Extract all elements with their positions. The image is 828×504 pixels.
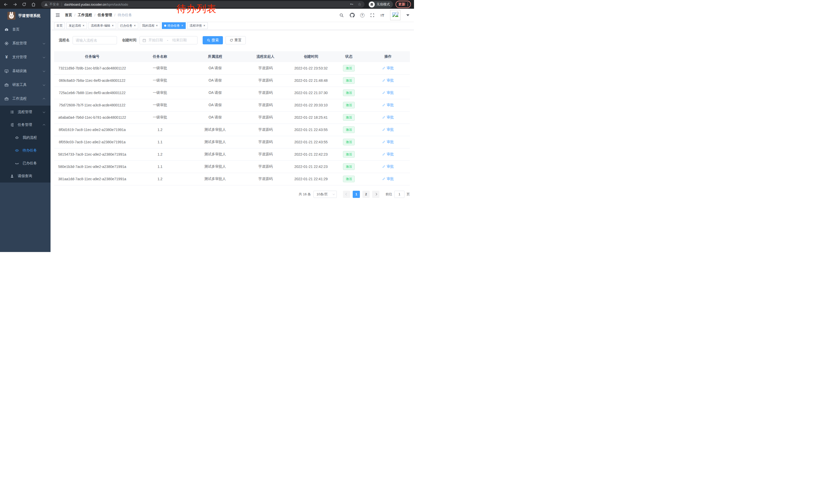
toolbox-icon	[4, 97, 9, 101]
sidebar-item-home[interactable]: 首页	[0, 22, 50, 36]
bookmark-star-icon[interactable]: ☆	[358, 2, 362, 6]
browser-reload-icon[interactable]	[22, 2, 27, 7]
page-1-button[interactable]: 1	[353, 191, 360, 198]
tab-my-process[interactable]: 我的流程×	[140, 22, 160, 29]
tab-process-form-edit[interactable]: 流程表单-编辑×	[88, 22, 116, 29]
close-icon[interactable]: ×	[112, 24, 114, 27]
help-icon[interactable]: ?	[360, 13, 365, 17]
sidebar-item-process-management[interactable]: 流程管理	[0, 106, 50, 119]
sidebar-item-my-process[interactable]: 我的流程	[0, 131, 50, 144]
create-time-label: 创建时间	[122, 38, 136, 43]
tab-start-process[interactable]: 发起流程×	[67, 22, 87, 29]
edit-pencil-icon	[382, 165, 385, 168]
key-icon[interactable]	[349, 2, 354, 7]
tab-todo-tasks[interactable]: 待办任务×	[162, 22, 186, 29]
browser-home-icon[interactable]	[31, 2, 36, 7]
sidebar-item-infrastructure[interactable]: 基础设施	[0, 64, 50, 78]
next-page-button[interactable]	[372, 191, 379, 198]
search-icon[interactable]	[339, 12, 344, 18]
incognito-icon	[369, 2, 375, 7]
approve-button[interactable]: 审批	[382, 140, 394, 144]
edit-pencil-icon	[382, 79, 385, 82]
app-logo[interactable]: 芋道管理系统	[0, 9, 50, 22]
avatar[interactable]	[390, 10, 401, 20]
sidebar-item-todo-tasks[interactable]: 待办任务	[0, 144, 50, 157]
breadcrumb-workflow[interactable]: 工作流程	[78, 13, 92, 17]
pagination: 共 16 条 10条/页 1 2 前往 页	[54, 191, 410, 198]
range-separator: -	[167, 38, 168, 42]
edit-pencil-icon	[382, 177, 385, 180]
sidebar-item-task-management[interactable]: 任务管理	[0, 119, 50, 131]
close-icon[interactable]: ×	[181, 24, 183, 27]
header-create-time: 创建时间	[290, 51, 332, 62]
browser-menu-icon[interactable]	[407, 3, 408, 6]
avatar-dropdown-icon[interactable]	[406, 14, 409, 16]
browser-back-icon[interactable]	[3, 2, 8, 7]
process-cell: OA 请假	[190, 74, 240, 87]
chevron-up-icon	[43, 124, 45, 126]
sidebar-item-done-tasks[interactable]: 已办任务	[0, 157, 50, 170]
status-badge: 激活	[343, 102, 355, 108]
end-date-placeholder[interactable]: 结束日期	[172, 38, 187, 43]
date-range-picker[interactable]: 开始日期 - 结束日期	[139, 36, 198, 44]
sidebar-item-workflow[interactable]: 工作流程	[0, 92, 50, 106]
reset-button[interactable]: 重置	[225, 36, 246, 44]
close-icon[interactable]: ×	[82, 24, 85, 27]
approve-button[interactable]: 审批	[382, 78, 394, 83]
browser-update-button[interactable]: 更新	[396, 1, 411, 8]
chevron-down-icon	[43, 42, 45, 44]
url-path[interactable]: /bpm/task/todo	[106, 3, 128, 6]
browser-forward-icon[interactable]	[12, 2, 17, 7]
approve-button[interactable]: 审批	[382, 127, 394, 132]
sidebar-item-system[interactable]: 系统管理	[0, 36, 50, 50]
jump-page-input[interactable]	[394, 191, 405, 198]
github-icon[interactable]	[349, 12, 355, 18]
tab-home[interactable]: 首页	[54, 22, 65, 29]
fullscreen-icon[interactable]	[370, 12, 375, 18]
approve-button[interactable]: 审批	[382, 164, 394, 169]
sidebar-collapse-icon[interactable]	[55, 12, 60, 18]
tab-process-detail[interactable]: 流程详情×	[187, 22, 208, 29]
page-2-button[interactable]: 2	[363, 191, 370, 198]
status-badge: 激活	[343, 126, 355, 133]
starter-cell: 芋道源码	[241, 161, 290, 173]
status-badge: 激活	[343, 77, 355, 84]
calendar-icon	[142, 39, 146, 42]
url-host[interactable]: dashboard.yudao.iocoder.cn	[65, 3, 106, 6]
sidebar-item-leave-query[interactable]: 请假查询	[0, 170, 50, 183]
breadcrumb-task-management[interactable]: 任务管理	[98, 13, 112, 17]
approve-button[interactable]: 审批	[382, 115, 394, 120]
process-name-input[interactable]	[73, 36, 117, 44]
page-size-select[interactable]: 10条/页	[314, 191, 337, 198]
create-time-cell: 2022-01-22 21:37:30	[290, 87, 332, 99]
table-row: 8f059c03-7ac8-11ec-a9e2-a2380e71991a 1.1…	[54, 136, 410, 148]
gear-icon	[4, 41, 9, 46]
sidebar-item-payment[interactable]: ¥ 支付管理	[0, 50, 50, 64]
starter-cell: 芋道源码	[241, 173, 290, 185]
close-icon[interactable]: ×	[156, 24, 158, 27]
approve-button[interactable]: 审批	[382, 91, 394, 95]
close-icon[interactable]: ×	[203, 24, 205, 27]
edit-pencil-icon	[382, 128, 385, 131]
update-label[interactable]: 更新	[398, 2, 405, 7]
search-button[interactable]: 搜索	[203, 36, 223, 44]
task-table: 任务编号 任务名称 所属流程 流程发起人 创建时间 状态 操作 73211d9d…	[54, 51, 410, 185]
header-process: 所属流程	[190, 51, 240, 62]
header-task-id: 任务编号	[54, 51, 130, 62]
security-label[interactable]: 不安全	[49, 2, 59, 7]
approve-button[interactable]: 审批	[382, 152, 394, 156]
starter-cell: 芋道源码	[241, 62, 290, 74]
approve-button[interactable]: 审批	[382, 103, 394, 107]
font-size-icon[interactable]: TT	[380, 13, 384, 17]
tab-done-tasks[interactable]: 已办任务×	[118, 22, 138, 29]
start-date-placeholder[interactable]: 开始日期	[149, 38, 163, 43]
prev-page-button[interactable]	[343, 191, 350, 198]
breadcrumb-home[interactable]: 首页	[65, 13, 72, 17]
close-icon[interactable]: ×	[134, 24, 136, 27]
task-id-cell: 58154733-7ac8-11ec-a9e2-a2380e71991a	[54, 148, 130, 161]
logo-image	[7, 12, 15, 20]
table-row: 725a1eb6-7b88-11ec-8ef0-acde48001122 一级审…	[54, 87, 410, 99]
approve-button[interactable]: 审批	[382, 177, 394, 181]
approve-button[interactable]: 审批	[382, 66, 394, 71]
sidebar-item-dev-tools[interactable]: 研发工具	[0, 78, 50, 92]
